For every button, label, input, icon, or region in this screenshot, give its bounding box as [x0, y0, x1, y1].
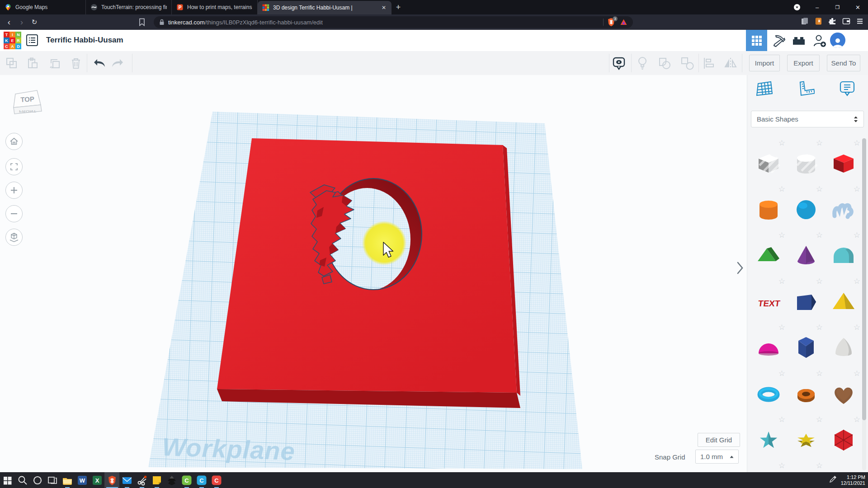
taskbar-recorder-red-icon[interactable]: C [209, 472, 224, 488]
import-button[interactable]: Import [749, 55, 780, 71]
ungroup-icon[interactable] [680, 56, 694, 70]
favorite-star-icon[interactable]: ☆ [816, 230, 823, 240]
copy-icon[interactable] [5, 56, 19, 70]
taskbar-task-view-icon[interactable] [45, 472, 60, 488]
favorite-star-icon[interactable]: ☆ [816, 138, 823, 148]
favorite-star-icon[interactable]: ☆ [854, 277, 860, 286]
favorite-star-icon[interactable]: ☆ [816, 415, 823, 424]
tab-close-icon[interactable]: ✕ [381, 5, 387, 11]
notes-tool-icon[interactable] [837, 80, 857, 98]
favorite-star-icon[interactable]: ☆ [778, 323, 785, 332]
fit-view-button[interactable] [5, 158, 23, 175]
taskbar-brave-browser-icon[interactable] [104, 472, 119, 488]
back-icon[interactable]: ‹ [3, 14, 15, 30]
zoom-in-button[interactable] [5, 182, 23, 199]
taskbar-snipping-tool-icon[interactable] [134, 472, 149, 488]
reload-icon[interactable]: ↻ [28, 14, 41, 30]
menu-icon[interactable] [856, 18, 863, 26]
notebook-icon[interactable] [815, 17, 822, 27]
send-to-button[interactable]: Send To [827, 55, 860, 71]
design-title[interactable]: Terrific Habbi-Uusam [46, 36, 123, 45]
shape-roof[interactable]: ☆ [750, 230, 787, 276]
shape-star-flat[interactable]: ☆ [788, 415, 825, 460]
home-view-button[interactable] [5, 133, 23, 150]
delete-icon[interactable] [69, 56, 83, 70]
shape-star[interactable]: ☆ [750, 415, 787, 460]
favorite-star-icon[interactable]: ☆ [854, 369, 860, 378]
zoom-out-button[interactable] [5, 205, 23, 222]
duplicate-icon[interactable] [47, 56, 62, 70]
tinkercad-logo[interactable]: TINKERCAD [4, 32, 21, 49]
favorite-star-icon[interactable]: ☆ [816, 369, 823, 378]
minimize-button[interactable]: – [807, 0, 827, 14]
shape-cone[interactable]: ☆ [788, 230, 825, 276]
lego-brick-icon[interactable] [791, 33, 807, 48]
browser-tab-3[interactable]: 3D design Terrific Habbi-Uusam |✕ [258, 1, 392, 14]
scrollbar-thumb[interactable] [862, 138, 866, 420]
account-avatar[interactable] [830, 33, 845, 48]
shape-box-transparent[interactable]: ☆ [750, 138, 787, 183]
invite-person-icon[interactable] [812, 33, 827, 48]
favorite-star-icon[interactable]: ☆ [816, 184, 823, 194]
shape-round-teal[interactable]: ☆ [788, 461, 825, 472]
favorite-star-icon[interactable]: ☆ [854, 323, 860, 332]
favorite-star-icon[interactable]: ☆ [854, 415, 860, 424]
favorite-star-icon[interactable]: ☆ [778, 461, 785, 470]
shape-wedge[interactable]: ☆ [788, 277, 825, 322]
wallet-icon[interactable] [842, 18, 850, 27]
taskbar-clock[interactable]: 1:12 PM 12/11/2021 [841, 474, 865, 486]
taskbar-search-icon[interactable] [15, 472, 30, 488]
viewport-3d[interactable]: Workplane [0, 75, 747, 472]
export-button[interactable]: Export [787, 55, 820, 71]
shape-half-sphere-gray[interactable]: ☆ [750, 461, 787, 472]
favorite-star-icon[interactable]: ☆ [778, 230, 785, 240]
favorite-star-icon[interactable]: ☆ [816, 323, 823, 332]
taskbar-capture-blue-icon[interactable]: C [194, 472, 209, 488]
favorite-star-icon[interactable]: ☆ [816, 277, 823, 286]
favorite-star-icon[interactable]: ☆ [854, 230, 860, 240]
browser-tab-2[interactable]: PHow to print maps, terrains and lands [172, 0, 258, 14]
taskbar-file-explorer-icon[interactable] [60, 472, 75, 488]
taskbar-word-icon[interactable]: W [75, 472, 90, 488]
favorite-star-icon[interactable]: ☆ [816, 461, 823, 470]
shape-scribble[interactable]: ☆ [825, 184, 862, 230]
favorite-star-icon[interactable]: ☆ [778, 369, 785, 378]
taskbar-inkscape-icon[interactable] [164, 472, 179, 488]
taskbar-mail-icon[interactable] [119, 472, 134, 488]
edit-grid-button[interactable]: Edit Grid [698, 433, 740, 447]
taskbar-camtasia-icon[interactable]: C [179, 472, 194, 488]
paste-icon[interactable] [26, 56, 40, 70]
shape-tube[interactable]: ☆ [788, 369, 825, 414]
brave-rewards-icon[interactable] [620, 19, 627, 26]
sidebar-icon[interactable] [801, 17, 809, 27]
redo-icon[interactable] [110, 56, 125, 70]
close-button[interactable]: ✕ [848, 0, 868, 14]
favorite-star-icon[interactable]: ☆ [854, 184, 860, 194]
shape-box[interactable]: ☆ [825, 138, 862, 183]
shape-torus[interactable]: ☆ [750, 369, 787, 414]
mirror-icon[interactable] [723, 56, 738, 70]
view-cube[interactable]: TOP FRONT [9, 84, 47, 121]
shape-polygon[interactable]: ☆ [788, 323, 825, 368]
taskbar-excel-icon[interactable]: X [90, 472, 104, 488]
scene[interactable]: Workplane [0, 75, 747, 472]
shape-category-select[interactable]: Basic Shapes [751, 111, 864, 127]
snap-grid-select[interactable]: 1.0 mm [695, 450, 739, 464]
blocks-view-button[interactable] [746, 30, 767, 51]
url-field[interactable]: tinkercad.com/things/ILB0PzXlqd6-terrifi… [154, 16, 633, 28]
show-comments-icon[interactable] [612, 56, 626, 70]
workplane-tool-icon[interactable] [755, 80, 774, 98]
panel-scrollbar[interactable] [862, 138, 866, 470]
shape-text[interactable]: ☆TEXT [750, 277, 787, 322]
favorite-star-icon[interactable]: ☆ [778, 415, 785, 424]
group-icon[interactable] [657, 56, 672, 70]
bookmark-icon[interactable] [138, 18, 146, 28]
taskbar-sticky-notes-icon[interactable] [149, 472, 164, 488]
shape-cylinder-transparent[interactable]: ☆ [788, 138, 825, 183]
shape-sphere[interactable]: ☆ [788, 184, 825, 230]
minecraft-pickaxe-icon[interactable] [771, 33, 787, 48]
perspective-toggle-button[interactable] [5, 229, 23, 246]
align-icon[interactable] [702, 56, 716, 70]
favorite-star-icon[interactable]: ☆ [778, 184, 785, 194]
windows-ink-pen-icon[interactable] [829, 476, 836, 485]
